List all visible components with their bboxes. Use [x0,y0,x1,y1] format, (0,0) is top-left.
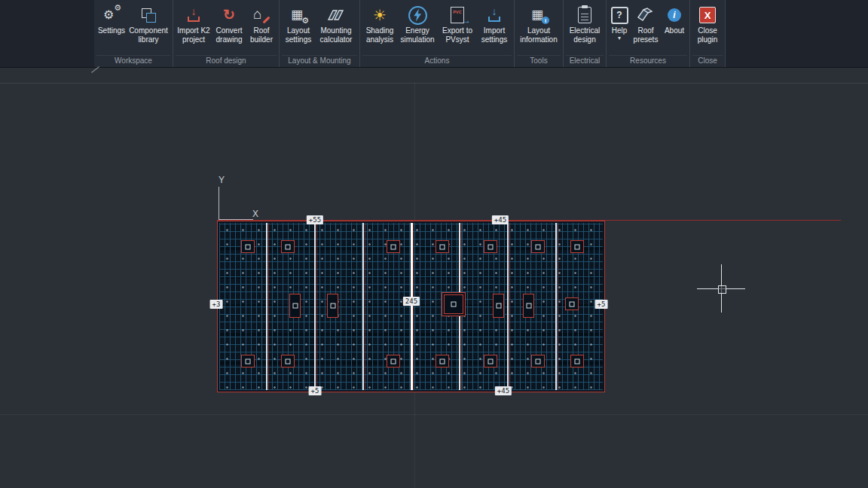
button-label: Roof presets [631,26,661,44]
export-to-pvsyst-button[interactable]: PVC→ Export to PVsyst [438,3,477,45]
roof-obstacle[interactable] [484,240,497,253]
about-button[interactable]: i About [662,3,687,36]
roof-obstacle[interactable] [327,294,338,318]
gear-icon: ⚙⚙ [102,6,121,24]
walkway-divider [411,223,413,390]
roof-obstacle[interactable] [523,294,534,318]
crosshair-pickbox [718,285,726,294]
ribbon-group-actions: ☀ Shading analysis Energy simulation PVC… [360,0,515,67]
sun-icon: ☀ [373,7,387,23]
lightning-icon [408,6,427,25]
import-settings-icon: ↓ [486,6,503,24]
help-button[interactable]: ? Help ▾ [609,3,630,41]
ucs-y-axis [219,187,219,220]
roof-builder-icon: ⌂ [252,6,270,24]
button-label: Layout settings [283,26,314,44]
roof-obstacle[interactable] [289,294,301,318]
mounting-calculator-icon [327,7,345,23]
group-label-roof-design: Roof design [176,55,277,67]
settings-button[interactable]: ⚙⚙ Settings [96,3,127,36]
ribbon-group-resources: ? Help ▾ Roof presets [607,0,690,67]
convert-icon: ↻ [223,7,235,23]
pv-field[interactable] [217,221,605,392]
pencil-icon [263,17,270,24]
button-label: Roof builder [247,26,276,44]
ribbon-group-close: X Close plugin Close [690,0,726,67]
group-label-resources: Resources [609,55,687,67]
convert-drawing-button[interactable]: ↻ Convert drawing [212,3,246,45]
ribbon-group-layout-mounting: ▦⚙ Layout settings Mounting calculator [280,0,360,67]
button-label: Convert drawing [212,26,246,44]
walkway-divider [314,223,316,390]
close-icon: X [699,7,716,23]
electrical-design-button[interactable]: Electrical design [566,3,604,45]
component-library-icon [140,7,157,23]
clipboard-icon [578,7,591,23]
canvas-separator-line [0,83,868,84]
button-label: Close plugin [693,26,722,44]
chevron-down-icon[interactable]: ▾ [618,35,621,41]
layout-information-button[interactable]: ▦i Layout information [517,3,561,45]
dimension-tag[interactable]: 245 [403,297,420,306]
roof-obstacle[interactable] [493,294,504,318]
button-label: Layout information [518,26,560,44]
help-icon: ? [611,7,628,24]
shading-analysis-button[interactable]: ☀ Shading analysis [362,3,397,45]
roof-obstacle[interactable] [387,355,400,368]
roof-obstacle[interactable] [241,240,255,253]
ribbon: ⚙⚙ Settings Component library Workspace … [94,0,726,67]
import-settings-button[interactable]: ↓ Import settings [477,3,512,45]
button-label: Import settings [478,26,511,44]
roof-obstacle[interactable] [531,355,545,368]
close-plugin-button[interactable]: X Close plugin [692,3,723,45]
import-k2-project-button[interactable]: ↓ Import K2 project [176,3,212,45]
ribbon-group-electrical: Electrical design Electrical [564,0,607,67]
ucs-y-label: Y [219,175,225,185]
roof-obstacle[interactable] [241,355,255,368]
roof-obstacle[interactable] [436,240,449,253]
ucs-x-label: X [252,209,258,219]
component-library-button[interactable]: Component library [127,3,170,45]
roof-obstacle[interactable] [531,240,545,253]
roof-obstacle[interactable] [570,355,584,368]
dimension-tag[interactable]: +5 [595,300,608,309]
roof-obstacle[interactable] [565,297,579,310]
roof-obstacle[interactable] [444,294,463,314]
button-label: Energy simulation [398,26,437,44]
dimension-tag[interactable]: +45 [495,386,512,395]
layout-settings-button[interactable]: ▦⚙ Layout settings [282,3,315,45]
walkway-divider [507,223,509,390]
group-label-actions: Actions [362,55,512,67]
roof-obstacle[interactable] [570,240,584,253]
roof-obstacle[interactable] [281,355,295,368]
layout-info-icon: ▦i [530,6,548,24]
walkway-divider [266,223,267,390]
arrow-right-icon: → [462,15,471,26]
ribbon-bar: ⚙⚙ Settings Component library Workspace … [0,0,868,68]
roof-presets-button[interactable]: Roof presets [630,3,662,45]
button-label: Shading analysis [363,26,396,44]
group-label-close: Close [692,55,723,67]
roof-presets-icon [637,7,655,23]
group-label-electrical: Electrical [566,55,604,67]
dimension-tag[interactable]: +55 [307,215,323,224]
roof-builder-button[interactable]: ⌂ Roof builder [246,3,277,45]
group-label-layout-mounting: Layout & Mounting [282,55,357,67]
pvsyst-export-icon: PVC→ [451,7,464,23]
group-label-workspace: Workspace [96,55,170,67]
button-label: Mounting calculator [316,26,356,44]
button-label: About [665,26,684,35]
dimension-tag[interactable]: +5 [309,386,322,395]
roof-obstacle[interactable] [387,240,400,253]
energy-simulation-button[interactable]: Energy simulation [397,3,438,45]
button-label: Export to PVsyst [439,26,476,44]
dimension-tag[interactable]: +3 [210,300,223,309]
roof-obstacle[interactable] [484,355,497,368]
roof-obstacle[interactable] [436,355,449,368]
layout-settings-icon: ▦⚙ [289,6,307,24]
roof-obstacle[interactable] [281,240,295,253]
dimension-tag[interactable]: +45 [492,215,509,224]
walkway-divider [362,223,364,390]
mounting-calculator-button[interactable]: Mounting calculator [315,3,357,45]
app-window: ⚙⚙ Settings Component library Workspace … [0,0,868,488]
